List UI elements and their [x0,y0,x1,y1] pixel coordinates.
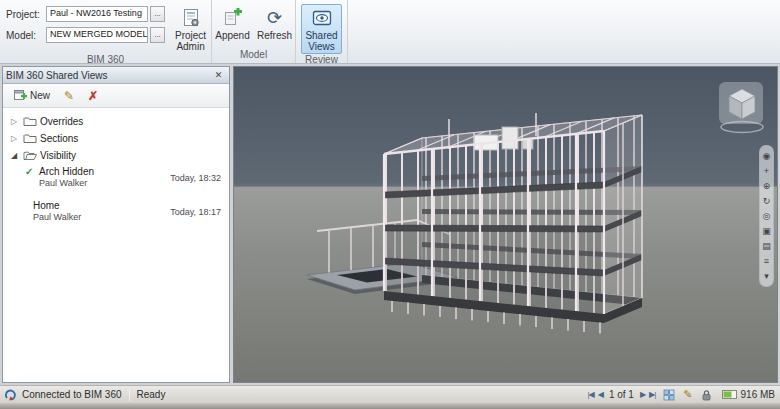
project-admin-button[interactable]: Project Admin [171,4,210,54]
lock-status-icon[interactable] [701,389,712,401]
view-timestamp: Today, 18:17 [170,207,223,217]
tree-folder-overrides[interactable]: ▷ Overrides [3,113,229,130]
shared-views-tree: ▷ Overrides ▷ Sections ◢ [3,108,229,382]
close-icon[interactable]: ✕ [211,69,226,82]
memory-text: 916 MB [741,389,775,400]
tree-folder-visibility[interactable]: ◢ Visibility [3,147,229,164]
model-browse-button[interactable]: ... [150,27,165,43]
page-indicator: 1 of 1 [607,389,636,400]
view-label: Home [33,200,170,212]
refresh-button[interactable]: ⟳ Refresh [255,4,295,49]
look-icon[interactable]: ◎ [763,211,771,221]
panel-title-bar[interactable]: BIM 360 Shared Views ✕ [3,67,229,84]
previous-page-button[interactable]: ◀ [598,390,603,399]
model-label: Model: [6,30,46,41]
new-shared-view-button[interactable]: New [8,85,55,107]
append-icon [223,6,243,30]
ribbon-empty-area [348,0,780,63]
ribbon: Project: Paul - NW2016 Testing ... Model… [0,0,780,64]
chevron-collapsed-icon[interactable]: ▷ [11,134,23,143]
tools-icon[interactable]: ≡ [764,256,769,266]
folder-icon [23,133,40,144]
ribbon-group-review: Shared Views Review [296,0,348,63]
main-area: BIM 360 Shared Views ✕ New [0,64,780,385]
sheet-browser-button[interactable] [663,389,675,401]
folder-icon [23,116,40,127]
chevron-collapsed-icon[interactable]: ▷ [11,117,23,126]
last-page-button[interactable]: ▶| [649,390,655,399]
view-label: Arch Hidden [39,166,170,178]
window-bottom-edge [0,403,780,409]
shared-view-item-arch-hidden[interactable]: ✓ Arch Hidden Paul Walker Today, 18:32 [3,164,229,192]
navigation-bar: ◉ + ⊕ ↻ ◎ ▣ ▤ ≡ ▾ [759,145,774,287]
status-bar: Connected to BIM 360 Ready |◀ ◀ 1 of 1 ▶… [0,385,780,403]
panel-title: BIM 360 Shared Views [6,70,211,81]
view-author: Paul Walker [33,212,170,223]
chevron-expanded-icon[interactable]: ◢ [11,151,23,160]
project-browse-button[interactable]: ... [150,6,165,22]
chevron-down-icon[interactable]: ▾ [764,271,769,281]
first-page-button[interactable]: |◀ [588,390,594,399]
ribbon-group-bim360: Project: Paul - NW2016 Testing ... Model… [0,0,212,63]
next-page-button[interactable]: ▶ [640,390,645,399]
memory-bar-icon [722,390,737,399]
model-combobox[interactable]: NEW MERGED MODEL [46,27,148,43]
edit-view-button[interactable]: ✎ [59,86,79,106]
shared-views-button[interactable]: Shared Views [301,4,341,54]
orbit-icon[interactable]: ↻ [763,196,771,206]
project-combobox[interactable]: Paul - NW2016 Testing [46,6,148,22]
building-model [289,79,689,369]
3d-viewport[interactable]: ◉ + ⊕ ↻ ◎ ▣ ▤ ≡ ▾ [233,66,778,383]
append-button[interactable]: Append [213,4,253,49]
project-admin-icon [181,6,201,30]
steering-wheel-icon[interactable]: ◉ [763,151,771,161]
project-label: Project: [6,9,46,20]
statusbar-divider [129,389,130,401]
bim360-shared-views-panel: BIM 360 Shared Views ✕ New [2,66,230,383]
viewcube[interactable] [717,81,767,139]
folder-open-icon [23,150,40,161]
sheet-pagination: |◀ ◀ 1 of 1 ▶ ▶| [588,389,656,400]
memory-indicator: 916 MB [722,389,775,400]
zoom-icon[interactable]: ⊕ [763,181,771,191]
edit-pencil-icon: ✎ [64,89,74,103]
ribbon-group-label-model: Model [212,49,295,63]
delete-view-button[interactable]: ✗ [83,86,103,106]
view-timestamp: Today, 18:32 [170,173,223,183]
view-author: Paul Walker [39,178,170,189]
section-icon[interactable]: ▤ [762,241,771,251]
tree-folder-sections[interactable]: ▷ Sections [3,130,229,147]
walk-icon[interactable]: ▣ [762,226,771,236]
pan-icon[interactable]: + [764,166,769,176]
new-view-icon [13,88,27,104]
connection-status-icon [5,389,17,401]
connection-status-text: Connected to BIM 360 [22,389,122,400]
shared-view-item-home[interactable]: Home Paul Walker Today, 18:17 [3,198,229,226]
ready-text: Ready [137,389,166,400]
delete-x-icon: ✗ [88,89,98,103]
pencil-status-icon[interactable]: ✎ [683,388,692,401]
ribbon-group-model: Append ⟳ Refresh Model [212,0,296,63]
panel-toolbar: New ✎ ✗ [3,84,229,108]
shared-views-icon [311,6,333,30]
check-icon: ✓ [25,166,39,189]
refresh-icon: ⟳ [267,6,282,30]
app-window: Project: Paul - NW2016 Testing ... Model… [0,0,780,409]
